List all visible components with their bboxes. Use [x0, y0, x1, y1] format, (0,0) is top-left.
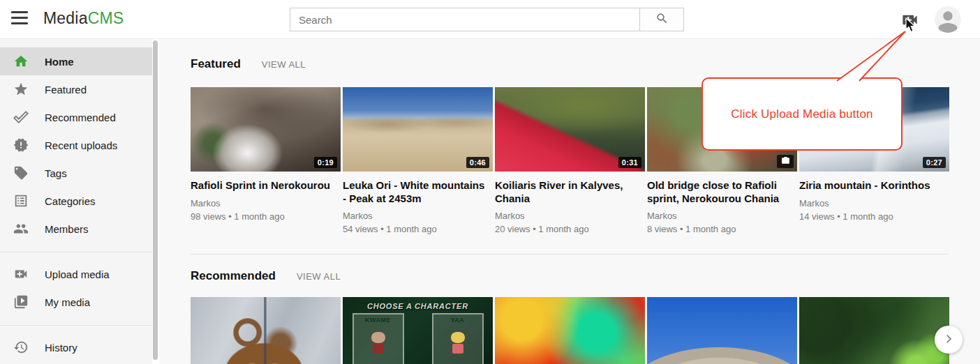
- sidebar-divider: [0, 325, 152, 326]
- video-author[interactable]: Markos: [191, 198, 341, 208]
- duration-badge: 0:27: [923, 157, 946, 168]
- sidebar-label: Tags: [45, 167, 67, 179]
- sidebar-item-categories[interactable]: Categories: [0, 187, 152, 215]
- sidebar-item-upload-media[interactable]: Upload media: [0, 260, 152, 288]
- search-button[interactable]: [639, 8, 684, 31]
- search-bar: [290, 8, 684, 31]
- media-card[interactable]: 0:46 Leuka Ori - White mountains - Peak …: [343, 87, 493, 234]
- logo-prefix: Media: [43, 9, 88, 27]
- video-thumbnail[interactable]: 0:31: [495, 87, 645, 172]
- video-library-icon: [13, 294, 29, 310]
- video-author[interactable]: Markos: [343, 211, 493, 221]
- video-call-icon: [13, 266, 29, 282]
- video-meta: 54 views • 1 month ago: [343, 224, 493, 234]
- video-thumbnail[interactable]: [495, 297, 645, 364]
- categories-icon: [13, 192, 29, 209]
- video-thumbnail[interactable]: 0:46: [343, 87, 493, 172]
- sidebar-item-home[interactable]: Home: [0, 47, 152, 75]
- sidebar-scrollbar[interactable]: [152, 39, 159, 364]
- menu-button[interactable]: [10, 11, 29, 28]
- recommended-view-all-link[interactable]: VIEW ALL: [297, 271, 341, 282]
- mediacms-logo[interactable]: MediaCMS: [43, 9, 124, 28]
- sidebar-item-my-media[interactable]: My media: [0, 288, 152, 316]
- mediacms-page: MediaCMS Home Featur: [0, 0, 980, 364]
- media-card[interactable]: 0:31 Koiliaris River in Kalyves, Chania …: [495, 87, 645, 234]
- section-divider: [191, 254, 949, 255]
- recommended-cards-row: CHOOSE A CHARACTER KWAME Selected: [191, 297, 980, 364]
- duration-badge: 0:31: [618, 157, 641, 168]
- video-thumbnail[interactable]: CHOOSE A CHARACTER KWAME Selected: [343, 297, 493, 364]
- camera-badge: [777, 155, 794, 168]
- sidebar-item-members[interactable]: Members: [0, 215, 152, 243]
- sidebar-label: Recent uploads: [45, 139, 117, 151]
- media-card[interactable]: 0:19 Rafioli Sprint in Nerokourou Markos…: [191, 87, 341, 234]
- game-character-name: YAA: [451, 317, 465, 324]
- hamburger-icon: [11, 11, 28, 13]
- members-icon: [13, 220, 29, 237]
- duration-badge: 0:19: [314, 157, 337, 168]
- home-icon: [13, 53, 29, 70]
- recommended-section: Recommended VIEW ALL CHOOSE A CHARACTER …: [191, 269, 980, 364]
- star-icon: [13, 81, 29, 98]
- video-thumbnail[interactable]: [799, 297, 949, 364]
- sidebar-label: Members: [45, 223, 89, 235]
- sidebar-label: History: [45, 342, 77, 354]
- sidebar-label: My media: [45, 296, 90, 308]
- video-title[interactable]: Koiliaris River in Kalyves, Chania: [495, 179, 645, 205]
- search-icon: [655, 12, 669, 27]
- game-character-panel: KWAME Selected: [352, 313, 404, 364]
- video-title[interactable]: Old bridge close to Rafioli sprint, Nero…: [647, 179, 797, 205]
- video-title[interactable]: Leuka Ori - White mountains - Peak at 24…: [343, 179, 493, 205]
- sidebar-item-recommended[interactable]: Recommended: [0, 103, 152, 131]
- camera-icon: [781, 156, 790, 168]
- sidebar-item-recent-uploads[interactable]: Recent uploads: [0, 131, 152, 159]
- character-sprite: [450, 332, 466, 356]
- video-meta: 8 views • 1 month ago: [647, 224, 797, 234]
- scrollbar-thumb[interactable]: [153, 40, 158, 360]
- video-meta: 98 views • 1 month ago: [191, 211, 341, 222]
- sidebar: Home Featured Recommended Recent uploads…: [0, 39, 152, 364]
- tour-tooltip: Click Upload Media button: [701, 77, 903, 151]
- character-sprite: [371, 332, 386, 356]
- video-thumbnail[interactable]: [191, 297, 341, 364]
- sidebar-label: Home: [45, 56, 74, 68]
- video-meta: 14 views • 1 month ago: [799, 211, 949, 222]
- video-author[interactable]: Markos: [799, 198, 949, 208]
- video-call-icon: [900, 21, 919, 31]
- video-meta: 20 views • 1 month ago: [495, 224, 645, 234]
- video-author[interactable]: Markos: [647, 211, 797, 221]
- sidebar-label: Categories: [45, 195, 96, 207]
- sidebar-item-tags[interactable]: Tags: [0, 159, 152, 187]
- section-title-featured: Featured: [191, 57, 241, 71]
- carousel-next-button[interactable]: [935, 326, 963, 354]
- featured-view-all-link[interactable]: VIEW ALL: [262, 59, 306, 70]
- sidebar-label: Featured: [45, 84, 87, 96]
- game-thumbnail-overlay: CHOOSE A CHARACTER KWAME Selected: [343, 297, 493, 364]
- video-thumbnail[interactable]: 0:19: [191, 87, 341, 172]
- sidebar-item-featured[interactable]: Featured: [0, 75, 152, 103]
- history-icon: [13, 339, 29, 356]
- user-avatar-button[interactable]: [935, 6, 961, 33]
- game-heading: CHOOSE A CHARACTER: [367, 302, 468, 310]
- sidebar-item-history[interactable]: History: [0, 333, 152, 361]
- video-author[interactable]: Markos: [495, 211, 645, 221]
- video-title[interactable]: Ziria mountain - Korinthos: [799, 179, 949, 192]
- game-character-name: KWAME: [365, 317, 391, 324]
- new-releases-icon: [13, 137, 29, 153]
- tour-tooltip-text: Click Upload Media button: [731, 107, 873, 121]
- media-card[interactable]: CHOOSE A CHARACTER KWAME Selected: [343, 297, 493, 364]
- media-card[interactable]: [799, 297, 949, 364]
- chevron-right-icon: [942, 333, 955, 347]
- media-card[interactable]: [495, 297, 645, 364]
- check-icon: [13, 109, 29, 126]
- logo-suffix: CMS: [88, 9, 124, 27]
- duration-badge: 0:46: [466, 157, 489, 168]
- sidebar-divider: [0, 252, 152, 252]
- video-title[interactable]: Rafioli Sprint in Nerokourou: [191, 179, 341, 192]
- media-card[interactable]: [191, 297, 341, 364]
- tag-icon: [13, 165, 29, 181]
- media-card[interactable]: [647, 297, 797, 364]
- video-thumbnail[interactable]: [647, 297, 797, 364]
- upload-media-button[interactable]: [900, 10, 919, 30]
- search-input[interactable]: [290, 8, 640, 31]
